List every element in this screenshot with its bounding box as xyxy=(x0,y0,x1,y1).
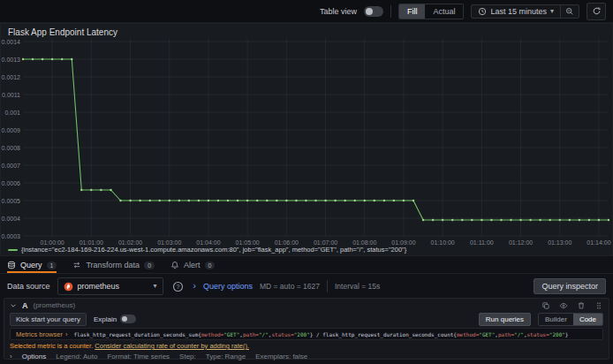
series-legend[interactable]: {instance="ec2-184-169-216-224.us-west-1… xyxy=(8,246,406,254)
data-point xyxy=(461,219,463,221)
x-axis-tick-label: 01:03:00 xyxy=(157,239,181,246)
x-axis-tick-label: 01:01:00 xyxy=(79,239,103,246)
explain-toggle[interactable] xyxy=(120,315,136,323)
tab-query[interactable]: Query 1 xyxy=(7,257,57,273)
data-point xyxy=(559,219,561,221)
promql-query-text[interactable]: flask_http_request_duration_seconds_sum{… xyxy=(73,331,568,337)
data-point xyxy=(598,219,600,221)
x-axis-tick-label: 01:05:00 xyxy=(236,239,260,246)
data-point xyxy=(383,200,385,201)
y-axis-tick-label: 0.001 xyxy=(4,110,20,116)
query-ref-name: A xyxy=(22,301,28,310)
query-options-toggle[interactable]: Query options xyxy=(203,282,253,291)
promql-token: "/" xyxy=(259,331,269,337)
fill-button[interactable]: Fill xyxy=(399,4,426,19)
tab-label: Transform data xyxy=(86,261,140,269)
promql-editor[interactable]: Metrics browser › flask_http_request_dur… xyxy=(10,328,603,340)
prometheus-icon xyxy=(64,282,73,292)
hide-response-eye-icon[interactable] xyxy=(559,301,568,310)
warning-text: Selected metric is a counter. xyxy=(10,342,93,350)
data-point xyxy=(61,58,63,60)
time-range-button[interactable]: Last 15 minutes ▾ xyxy=(472,5,560,18)
data-point xyxy=(490,219,492,221)
metrics-browser-button[interactable]: Metrics browser › xyxy=(16,330,67,338)
data-point xyxy=(539,219,541,221)
metrics-browser-label: Metrics browser xyxy=(16,330,63,338)
y-axis-tick-label: 0.0006 xyxy=(2,180,21,186)
data-point xyxy=(129,200,131,201)
kick-start-query-button[interactable]: Kick start your query xyxy=(10,313,87,326)
drag-handle-icon[interactable] xyxy=(594,301,603,310)
tab-alert[interactable]: Alert 0 xyxy=(170,257,215,273)
datasource-select[interactable]: prometheus ▾ xyxy=(57,277,163,295)
data-point xyxy=(149,200,151,201)
tab-transform-data[interactable]: Transform data 0 xyxy=(72,257,155,273)
data-point xyxy=(510,219,511,221)
x-axis-tick-label: 01:11:00 xyxy=(470,239,494,246)
tab-count-badge: 1 xyxy=(47,262,57,269)
duplicate-query-icon[interactable] xyxy=(541,301,550,310)
option-step: Step: xyxy=(179,353,196,360)
tab-label: Alert xyxy=(184,261,201,269)
x-axis-tick-label: 01:06:00 xyxy=(275,239,299,246)
datasource-help-button[interactable]: ? xyxy=(170,278,186,294)
promql-token: method= xyxy=(201,331,223,337)
query-toolbar: Kick start your query Explain Run querie… xyxy=(4,312,609,326)
data-point xyxy=(285,200,287,201)
query-inspector-button[interactable]: Query inspector xyxy=(534,278,606,294)
x-axis-tick-label: 01:04:00 xyxy=(196,239,220,246)
tab-count-badge: 0 xyxy=(205,262,216,269)
toggle-knob xyxy=(366,8,373,15)
data-point xyxy=(451,219,453,221)
actual-button[interactable]: Actual xyxy=(425,4,463,19)
query-row-actions xyxy=(541,301,603,310)
refresh-button[interactable] xyxy=(587,3,606,20)
promql-token: path= xyxy=(243,331,259,337)
table-view-label: Table view xyxy=(320,7,357,16)
toolbar-divider xyxy=(390,5,391,18)
data-point xyxy=(519,219,521,221)
y-axis-tick-label: 0.0009 xyxy=(2,127,21,133)
chevron-down-icon: ▾ xyxy=(550,8,554,15)
datasource-label: Data source xyxy=(7,282,50,291)
collapse-chevron-icon[interactable] xyxy=(10,302,17,309)
data-point xyxy=(500,219,502,221)
data-point xyxy=(208,200,209,201)
promql-token: status= xyxy=(527,331,549,337)
grafana-panel-editor: Table view Fill Actual Last 15 minutes ▾… xyxy=(0,0,613,364)
data-point xyxy=(393,200,395,201)
run-queries-button[interactable]: Run queries xyxy=(479,313,531,326)
query-row-header[interactable]: A (prometheus) xyxy=(4,299,609,312)
tab-count-badge: 0 xyxy=(144,262,155,269)
search-minus-icon xyxy=(565,7,574,16)
svg-text:?: ? xyxy=(177,283,180,289)
data-point xyxy=(334,200,336,201)
promql-token: "200" xyxy=(294,331,310,337)
data-point xyxy=(608,219,609,221)
data-point xyxy=(442,219,443,221)
active-tab-underline xyxy=(7,271,57,273)
code-mode-button[interactable]: Code xyxy=(573,314,602,325)
max-data-points-summary: MD = auto = 1627 xyxy=(260,282,320,291)
y-axis-tick-label: 0.0004 xyxy=(2,216,21,222)
x-axis-tick-label: 01:00:00 xyxy=(41,239,64,246)
query-options-summary-row[interactable]: › Options Legend: Auto Format: Time seri… xyxy=(4,350,609,360)
data-point xyxy=(266,200,268,201)
data-point xyxy=(471,219,473,221)
x-axis-tick-label: 01:07:00 xyxy=(314,239,337,246)
data-point xyxy=(51,58,53,60)
table-view-toggle[interactable] xyxy=(364,6,383,17)
tab-label: Query xyxy=(20,261,42,269)
data-point xyxy=(237,200,238,201)
editor-mode-group: Builder Code xyxy=(538,313,603,326)
query-row-card: A (prometheus) Kick start your query Exp… xyxy=(4,298,609,360)
zoom-out-time-button[interactable] xyxy=(560,5,579,18)
data-point xyxy=(324,200,326,201)
builder-mode-button[interactable]: Builder xyxy=(539,314,573,325)
promql-token: } / flask_http_request_duration_seconds_… xyxy=(310,331,457,337)
data-point xyxy=(227,200,229,201)
remove-query-trash-icon[interactable] xyxy=(577,301,586,310)
data-point xyxy=(80,189,82,191)
option-type: Type: Range xyxy=(206,353,246,360)
add-rate-link[interactable]: Consider calculating rate of counter by … xyxy=(95,342,249,350)
